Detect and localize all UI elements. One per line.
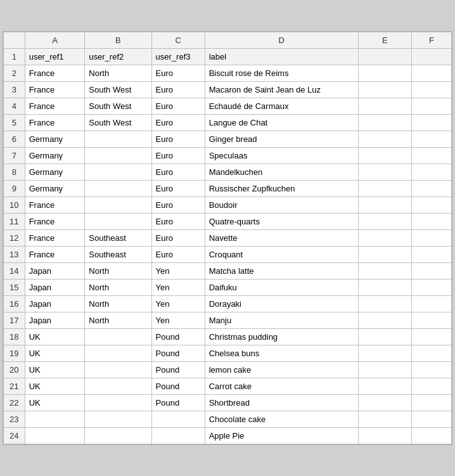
cell-12-e[interactable]	[358, 230, 411, 247]
cell-22-d[interactable]: Shortbread	[205, 395, 358, 411]
cell-11-c[interactable]: Euro	[151, 214, 205, 230]
cell-12-b[interactable]: Southeast	[85, 230, 151, 247]
cell-7-b[interactable]	[85, 148, 151, 164]
cell-7-a[interactable]: Germany	[25, 148, 85, 164]
cell-1-a[interactable]: user_ref1	[25, 49, 85, 65]
cell-22-e[interactable]	[358, 395, 411, 411]
cell-16-c[interactable]: Yen	[151, 296, 205, 312]
col-header-e[interactable]: E	[358, 32, 411, 49]
cell-8-e[interactable]	[358, 164, 411, 181]
cell-21-b[interactable]	[85, 378, 151, 395]
cell-16-d[interactable]: Dorayaki	[205, 296, 358, 312]
cell-13-b[interactable]: Southeast	[85, 247, 151, 263]
cell-5-b[interactable]: South West	[85, 115, 151, 131]
cell-17-c[interactable]: Yen	[151, 312, 205, 329]
cell-15-e[interactable]	[358, 280, 411, 296]
cell-6-e[interactable]	[358, 131, 411, 148]
cell-11-b[interactable]	[85, 214, 151, 230]
col-header-c[interactable]: C	[151, 32, 205, 49]
cell-5-f[interactable]	[411, 115, 451, 131]
cell-6-c[interactable]: Euro	[151, 131, 205, 148]
cell-9-c[interactable]: Euro	[151, 181, 205, 197]
cell-24-f[interactable]	[411, 428, 451, 444]
cell-6-f[interactable]	[411, 131, 451, 148]
cell-3-f[interactable]	[411, 82, 451, 98]
cell-19-a[interactable]: UK	[25, 345, 85, 362]
cell-6-a[interactable]: Germany	[25, 131, 85, 148]
cell-14-b[interactable]: North	[85, 263, 151, 280]
cell-19-b[interactable]	[85, 345, 151, 362]
cell-12-f[interactable]	[411, 230, 451, 247]
cell-5-c[interactable]: Euro	[151, 115, 205, 131]
cell-4-e[interactable]	[358, 98, 411, 115]
cell-22-a[interactable]: UK	[25, 395, 85, 411]
col-header-f[interactable]: F	[411, 32, 451, 49]
cell-24-d[interactable]: Apple Pie	[205, 428, 358, 444]
cell-8-b[interactable]	[85, 164, 151, 181]
cell-9-b[interactable]	[85, 181, 151, 197]
cell-21-d[interactable]: Carrot cake	[205, 378, 358, 395]
cell-18-a[interactable]: UK	[25, 329, 85, 345]
cell-8-c[interactable]: Euro	[151, 164, 205, 181]
cell-17-a[interactable]: Japan	[25, 312, 85, 329]
cell-21-e[interactable]	[358, 378, 411, 395]
cell-10-e[interactable]	[358, 197, 411, 214]
cell-12-d[interactable]: Navette	[205, 230, 358, 247]
cell-19-c[interactable]: Pound	[151, 345, 205, 362]
cell-23-d[interactable]: Chocolate cake	[205, 411, 358, 428]
cell-16-e[interactable]	[358, 296, 411, 312]
cell-10-a[interactable]: France	[25, 197, 85, 214]
col-header-b[interactable]: B	[85, 32, 151, 49]
cell-22-f[interactable]	[411, 395, 451, 411]
cell-7-f[interactable]	[411, 148, 451, 164]
cell-2-c[interactable]: Euro	[151, 65, 205, 82]
cell-9-a[interactable]: Germany	[25, 181, 85, 197]
cell-15-f[interactable]	[411, 280, 451, 296]
cell-1-b[interactable]: user_ref2	[85, 49, 151, 65]
cell-11-d[interactable]: Quatre-quarts	[205, 214, 358, 230]
cell-24-e[interactable]	[358, 428, 411, 444]
cell-4-b[interactable]: South West	[85, 98, 151, 115]
cell-21-f[interactable]	[411, 378, 451, 395]
cell-5-e[interactable]	[358, 115, 411, 131]
cell-15-a[interactable]: Japan	[25, 280, 85, 296]
cell-17-b[interactable]: North	[85, 312, 151, 329]
cell-15-c[interactable]: Yen	[151, 280, 205, 296]
cell-7-e[interactable]	[358, 148, 411, 164]
cell-20-d[interactable]: lemon cake	[205, 362, 358, 378]
cell-22-c[interactable]: Pound	[151, 395, 205, 411]
cell-9-d[interactable]: Russischer Zupfkuchen	[205, 181, 358, 197]
cell-20-e[interactable]	[358, 362, 411, 378]
cell-17-e[interactable]	[358, 312, 411, 329]
cell-11-f[interactable]	[411, 214, 451, 230]
cell-9-e[interactable]	[358, 181, 411, 197]
cell-4-f[interactable]	[411, 98, 451, 115]
cell-14-d[interactable]: Matcha latte	[205, 263, 358, 280]
cell-10-f[interactable]	[411, 197, 451, 214]
cell-6-b[interactable]	[85, 131, 151, 148]
cell-4-c[interactable]: Euro	[151, 98, 205, 115]
cell-2-d[interactable]: Biscuit rose de Reims	[205, 65, 358, 82]
cell-13-d[interactable]: Croquant	[205, 247, 358, 263]
cell-18-d[interactable]: Christmas pudding	[205, 329, 358, 345]
cell-23-b[interactable]	[85, 411, 151, 428]
cell-1-e[interactable]	[358, 49, 411, 65]
cell-3-a[interactable]: France	[25, 82, 85, 98]
cell-2-b[interactable]: North	[85, 65, 151, 82]
cell-3-c[interactable]: Euro	[151, 82, 205, 98]
cell-17-d[interactable]: Manju	[205, 312, 358, 329]
cell-2-a[interactable]: France	[25, 65, 85, 82]
cell-16-b[interactable]: North	[85, 296, 151, 312]
cell-13-f[interactable]	[411, 247, 451, 263]
cell-2-f[interactable]	[411, 65, 451, 82]
cell-17-f[interactable]	[411, 312, 451, 329]
cell-18-f[interactable]	[411, 329, 451, 345]
cell-13-e[interactable]	[358, 247, 411, 263]
cell-23-a[interactable]	[25, 411, 85, 428]
cell-24-c[interactable]	[151, 428, 205, 444]
cell-1-c[interactable]: user_ref3	[151, 49, 205, 65]
cell-3-b[interactable]: South West	[85, 82, 151, 98]
cell-14-c[interactable]: Yen	[151, 263, 205, 280]
cell-1-f[interactable]	[411, 49, 451, 65]
cell-2-e[interactable]	[358, 65, 411, 82]
